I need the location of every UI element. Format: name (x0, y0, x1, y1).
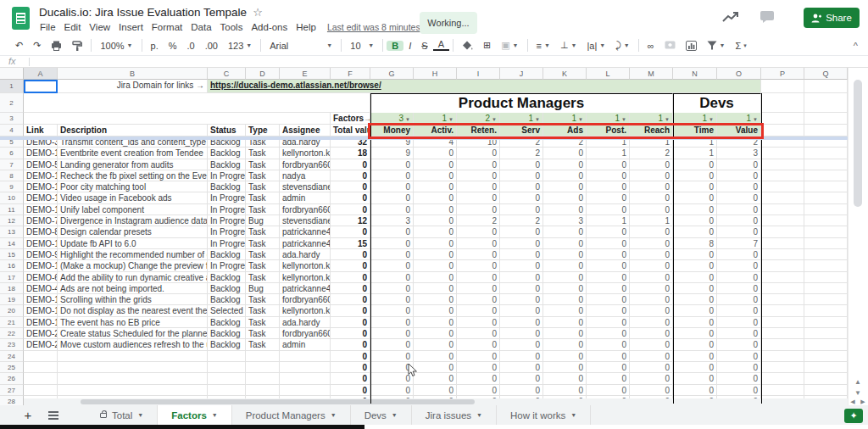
issue-link-cell[interactable]: DEMO-14 (24, 260, 58, 271)
description-cell[interactable]: Create status Scheduled for the planned … (58, 328, 208, 339)
factor-value-cell[interactable]: 0 (457, 260, 500, 271)
factor-value-cell[interactable]: 0 (457, 148, 500, 159)
factor-value-cell[interactable]: 0 (717, 283, 761, 294)
type-cell[interactable]: Task (246, 159, 280, 170)
cell[interactable] (761, 362, 804, 373)
factor-value-cell[interactable]: 0 (630, 272, 673, 283)
factor-value-cell[interactable]: 0 (370, 159, 414, 170)
assignee-cell[interactable]: fordbryan660 (280, 159, 331, 170)
status-cell[interactable]: Backlog (208, 148, 246, 159)
cell[interactable] (761, 215, 804, 226)
total-value-cell[interactable]: 12 (331, 215, 370, 226)
factor-value-cell[interactable]: 0 (543, 192, 587, 203)
row-header[interactable]: 19 (0, 294, 24, 305)
type-cell[interactable] (246, 385, 280, 396)
issue-link-cell[interactable]: DEMO-8 (24, 226, 58, 237)
factor-value-cell[interactable]: 0 (630, 249, 673, 260)
factor-value-cell[interactable]: 0 (543, 328, 587, 339)
factor-value-cell[interactable]: 0 (630, 294, 673, 305)
cell[interactable] (804, 339, 848, 350)
factor-value-cell[interactable]: 0 (457, 373, 500, 384)
factor-value-cell[interactable]: 0 (543, 339, 587, 350)
vertical-scrollbar-thumb[interactable] (854, 80, 862, 207)
factor-value-cell[interactable]: 0 (673, 305, 717, 316)
type-cell[interactable]: Task (246, 226, 280, 237)
factor-value-cell[interactable]: 0 (717, 159, 761, 170)
assignee-cell[interactable]: ada.hardy (280, 249, 331, 260)
menu-file[interactable]: File (36, 20, 60, 34)
factor-value-cell[interactable]: 3 (370, 215, 414, 226)
type-cell[interactable]: Task (246, 170, 280, 181)
horizontal-scrollbar[interactable] (24, 398, 848, 405)
text-rotation-button[interactable]: ⤸▼ (610, 40, 635, 51)
row-header[interactable]: 11 (0, 204, 24, 215)
factor-value-cell[interactable]: 0 (414, 192, 457, 203)
description-cell[interactable]: (Make a mockup) Change the preview for t… (58, 260, 208, 271)
cell[interactable] (804, 148, 848, 159)
cell[interactable] (761, 226, 804, 237)
weight-dropdown-icon[interactable]: ▼ (405, 117, 410, 122)
factor-value-cell[interactable]: 0 (587, 181, 630, 192)
factor-value-cell[interactable]: 0 (673, 328, 717, 339)
factor-value-cell[interactable]: 0 (414, 226, 457, 237)
status-cell[interactable]: In Progress (208, 238, 246, 249)
factor-value-cell[interactable]: 0 (457, 226, 500, 237)
factor-value-cell[interactable]: 0 (457, 351, 500, 362)
factor-value-cell[interactable]: 0 (587, 159, 630, 170)
cell[interactable] (804, 294, 848, 305)
cell-a1-selected[interactable] (24, 80, 58, 93)
factor-value-cell[interactable]: 0 (457, 339, 500, 350)
explore-button[interactable]: ✦ (844, 409, 863, 423)
factor-value-cell[interactable]: 0 (543, 373, 587, 384)
factor-value-cell[interactable]: 0 (500, 272, 543, 283)
description-cell[interactable]: Move custom audiences refresh to the upd… (58, 339, 208, 350)
cell[interactable] (804, 204, 848, 215)
column-header-Q[interactable]: Q (804, 68, 848, 80)
factor-value-cell[interactable]: 0 (543, 148, 587, 159)
factor-value-cell[interactable]: 0 (717, 294, 761, 305)
row-header[interactable]: 17 (0, 272, 24, 283)
factor-value-cell[interactable]: 0 (500, 362, 543, 373)
sheets-logo-icon[interactable] (12, 7, 30, 30)
factor-value-cell[interactable]: 0 (414, 294, 457, 305)
factor-value-cell[interactable]: 0 (587, 283, 630, 294)
factor-value-cell[interactable]: 0 (370, 328, 414, 339)
factor-value-cell[interactable]: 0 (543, 249, 587, 260)
assignee-cell[interactable]: kellynorton.kelly (280, 260, 331, 271)
sheet-tab-devs[interactable]: Devs▼ (351, 405, 412, 425)
factor-value-cell[interactable]: 0 (630, 181, 673, 192)
factor-value-cell[interactable]: 2 (630, 148, 673, 159)
borders-icon[interactable]: ⊞ (478, 40, 496, 51)
factor-value-cell[interactable]: 0 (543, 181, 587, 192)
factor-value-cell[interactable]: 9 (370, 148, 414, 159)
menu-view[interactable]: View (85, 20, 114, 34)
factor-value-cell[interactable]: 0 (673, 204, 717, 215)
factor-value-cell[interactable]: 0 (673, 373, 717, 384)
factor-value-cell[interactable]: 0 (414, 181, 457, 192)
factor-value-cell[interactable]: 0 (673, 215, 717, 226)
factor-value-cell[interactable]: 0 (370, 249, 414, 260)
factor-value-cell[interactable]: 0 (370, 192, 414, 203)
row-header[interactable]: 25 (0, 362, 24, 373)
column-header-F[interactable]: F (331, 68, 370, 80)
description-cell[interactable]: Eventbrite event creation from Tendee (58, 148, 208, 159)
cell[interactable] (761, 80, 804, 93)
menu-insert[interactable]: Insert (114, 20, 147, 34)
group-header-devs[interactable]: Devs (673, 93, 761, 113)
total-value-cell[interactable]: 0 (331, 328, 370, 339)
description-cell[interactable]: Unify label component (58, 204, 208, 215)
description-cell[interactable] (58, 373, 208, 384)
type-cell[interactable] (246, 351, 280, 362)
issue-link-cell[interactable]: DEMO-4 (24, 283, 58, 294)
factor-value-cell[interactable]: 3 (543, 215, 587, 226)
status-cell[interactable]: Backlog (208, 317, 246, 328)
insert-comment-icon[interactable] (659, 41, 681, 51)
factor-value-cell[interactable]: 2 (500, 215, 543, 226)
factor-value-cell[interactable]: 0 (414, 215, 457, 226)
factor-value-cell[interactable]: 0 (673, 260, 717, 271)
total-value-cell[interactable]: 0 (331, 260, 370, 271)
description-cell[interactable]: Do not display as the nearest event the … (58, 305, 208, 316)
total-value-cell[interactable]: 0 (331, 317, 370, 328)
factor-value-cell[interactable]: 0 (457, 385, 500, 396)
cell[interactable] (804, 373, 848, 384)
